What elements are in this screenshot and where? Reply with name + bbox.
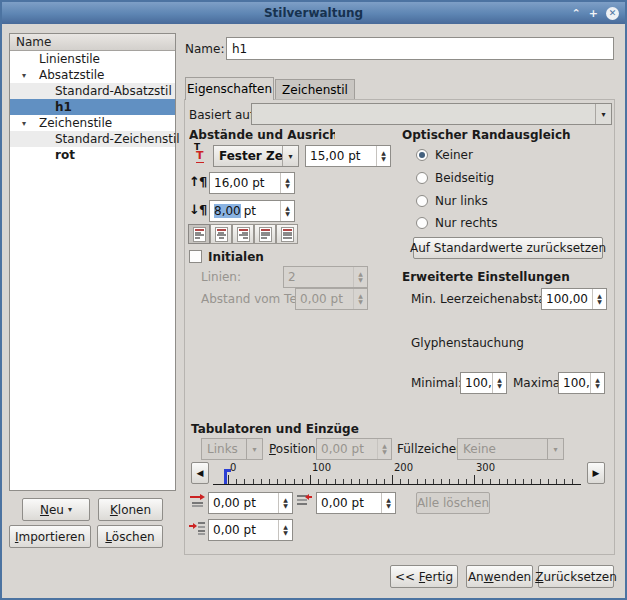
delete-button[interactable]: Löschen (97, 525, 163, 548)
name-label: Name: (185, 42, 224, 56)
list-item-label: Zeichenstile (39, 116, 112, 130)
tab-eigenschaften[interactable]: Eigenschaften (185, 77, 274, 100)
name-input[interactable] (226, 37, 614, 60)
style-list-header[interactable]: Name (10, 34, 175, 51)
radio-nur-links[interactable] (416, 195, 428, 207)
spin-down-icon[interactable]: ▼ (497, 383, 502, 389)
fill-char-value: Keine (458, 439, 547, 459)
tree-expanded-icon[interactable]: ▾ (22, 71, 26, 80)
list-item-label: rot (55, 148, 75, 162)
spin-down-icon[interactable]: ▼ (285, 211, 290, 217)
left-indent-spinner[interactable]: 0,00 pt ▲▼ (208, 519, 293, 541)
radio-keiner[interactable] (416, 149, 428, 161)
indent-marker[interactable] (224, 469, 227, 484)
done-button[interactable]: << Fertig (390, 565, 458, 588)
apply-button-label: Anwenden (468, 570, 531, 584)
align-left-button[interactable] (188, 224, 210, 244)
new-button[interactable]: Neu ▾ (22, 498, 90, 521)
spin-down-icon[interactable]: ▼ (595, 383, 600, 389)
spin-buttons[interactable]: ▲▼ (381, 493, 395, 513)
combo-arrow-icon[interactable]: ▾ (595, 104, 611, 124)
list-item-linienstile[interactable]: Linienstile (10, 51, 175, 67)
spin-buttons[interactable]: ▲▼ (590, 373, 604, 393)
reset-to-defaults-button[interactable]: Auf Standardwerte zurücksetzen (413, 237, 603, 259)
close-icon[interactable]: ✕ (606, 7, 619, 20)
spin-value: 0,00 pt (317, 493, 381, 513)
minimal-spinner[interactable]: 100,00 ▲▼ (460, 372, 507, 394)
spin-value: 0,00 pt (296, 289, 353, 309)
spin-down-icon[interactable]: ▼ (381, 156, 386, 162)
based-on-select[interactable]: ▾ (251, 103, 612, 125)
combo-arrow-icon[interactable]: ▾ (282, 146, 298, 166)
spin-buttons[interactable]: ▲▼ (492, 373, 506, 393)
align-center-button[interactable] (210, 224, 232, 244)
spin-buttons: ▲▼ (353, 289, 367, 309)
spin-buttons[interactable]: ▲▼ (376, 146, 390, 166)
initials-checkbox[interactable] (189, 250, 202, 263)
list-item-standard-absatzstil[interactable]: Standard-Absatzstil (10, 83, 175, 99)
spin-buttons: ▲▼ (377, 439, 391, 459)
tab-ruler[interactable]: 0 100 200 300 (213, 461, 581, 485)
spin-buttons[interactable]: ▲▼ (592, 289, 606, 309)
list-item-standard-zeichenstil[interactable]: Standard-Zeichenstil (10, 131, 175, 147)
fill-char-select: Keine ▾ (457, 438, 564, 460)
radio-beidseitig[interactable] (416, 172, 428, 184)
maximal-spinner[interactable]: 100,00 ▲▼ (558, 372, 605, 394)
spin-down-icon[interactable]: ▼ (597, 299, 602, 305)
spin-down-icon[interactable]: ▼ (283, 503, 288, 509)
list-item-absatzstile[interactable]: ▾ Absatzstile (10, 67, 175, 83)
radio-nur-links-label: Nur links (435, 194, 488, 208)
radio-nur-rechts[interactable] (416, 217, 428, 229)
spin-value: 0,00 pt (209, 520, 278, 540)
align-force-justify-button[interactable] (276, 224, 298, 244)
list-item-rot[interactable]: rot (10, 147, 175, 163)
combo-arrow-icon: ▾ (246, 439, 262, 459)
titlebar[interactable]: Stilverwaltung ⌃ + ✕ (2, 2, 625, 24)
spin-value: 0,00 pt (209, 493, 278, 513)
tab-zeichenstil[interactable]: Zeichenstil (275, 79, 355, 100)
spin-value: 100,00 % (542, 289, 592, 309)
align-justify-button[interactable] (254, 224, 276, 244)
reset-button-label: Zurücksetzen (535, 570, 617, 584)
combo-arrow-icon: ▾ (547, 439, 563, 459)
space-below-spinner[interactable]: 8,00pt ▲▼ (209, 200, 295, 222)
list-item-zeichenstile[interactable]: ▾ Zeichenstile (10, 115, 175, 131)
min-space-spinner[interactable]: 100,00 % ▲▼ (541, 288, 607, 310)
spin-buttons[interactable]: ▲▼ (280, 201, 294, 221)
line-spacing-mode-select[interactable]: Fester Zeilenab ▾ (213, 145, 299, 167)
ruler-scroll-left-button[interactable]: ◀ (191, 462, 209, 484)
spin-down-icon: ▼ (382, 449, 387, 455)
right-indent-spinner[interactable]: 0,00 pt ▲▼ (316, 492, 396, 514)
apply-button[interactable]: Anwenden (466, 565, 533, 588)
glyph-extension-label: Glyphenstauchung (411, 336, 524, 350)
spin-buttons[interactable]: ▲▼ (278, 520, 292, 540)
optical-margins-title: Optischer Randausgleich (402, 128, 571, 142)
align-left-icon (193, 227, 206, 242)
spin-value: 8,00pt (210, 201, 280, 221)
spin-down-icon[interactable]: ▼ (283, 530, 288, 536)
minimal-label: Minimal: (411, 376, 462, 390)
radio-keiner-label: Keiner (435, 148, 473, 162)
delete-button-label: Löschen (105, 530, 154, 544)
first-line-indent-spinner[interactable]: 0,00 pt ▲▼ (208, 492, 293, 514)
maximize-icon[interactable]: + (589, 8, 598, 19)
based-on-value (252, 104, 595, 124)
import-button[interactable]: Importieren (9, 525, 91, 548)
spin-value: 100,00 (559, 373, 590, 393)
space-above-spinner[interactable]: 16,00 pt ▲▼ (209, 172, 295, 194)
clone-button[interactable]: Klonen (98, 498, 163, 521)
list-item-h1-selected[interactable]: h1 (10, 99, 175, 115)
tab-label: Eigenschaften (187, 82, 272, 96)
spin-buttons[interactable]: ▲▼ (280, 173, 294, 193)
space-above-icon: ↑¶ (189, 174, 206, 189)
right-arrow-icon: ▶ (593, 468, 600, 478)
spin-buttons[interactable]: ▲▼ (278, 493, 292, 513)
shade-icon[interactable]: ⌃ (572, 8, 581, 19)
ruler-scroll-right-button[interactable]: ▶ (587, 462, 605, 484)
reset-button[interactable]: Zurücksetzen (538, 565, 614, 588)
spin-down-icon[interactable]: ▼ (386, 503, 391, 509)
spin-down-icon[interactable]: ▼ (285, 183, 290, 189)
line-spacing-spinner[interactable]: 15,00 pt ▲▼ (305, 145, 391, 167)
align-right-button[interactable] (232, 224, 254, 244)
tree-expanded-icon[interactable]: ▾ (22, 119, 26, 128)
